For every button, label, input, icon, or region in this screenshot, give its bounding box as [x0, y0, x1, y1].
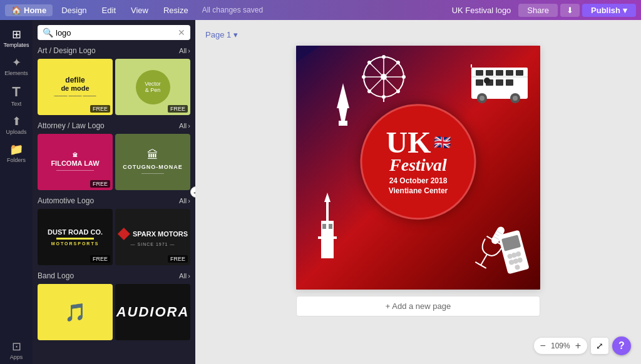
elements-label: Elements	[4, 70, 28, 76]
template-cotugno[interactable]: 🏛 COTUGNO-MONAE ——————	[115, 134, 190, 190]
svg-point-13	[396, 89, 400, 93]
section-header-band: Band Logo All ›	[38, 271, 190, 280]
template-vector[interactable]: Vector& Pen FREE	[115, 59, 190, 115]
free-badge: FREE	[168, 255, 188, 263]
project-title: UK Festival logo	[452, 6, 511, 15]
publish-button[interactable]: Publish ▾	[582, 4, 636, 17]
design-menu[interactable]: Design	[55, 4, 93, 16]
apps-icon: ⊡	[12, 341, 21, 352]
svg-point-7	[382, 55, 386, 59]
add-new-page-button[interactable]: + Add a new page	[296, 296, 540, 316]
help-button[interactable]: ?	[612, 336, 631, 355]
chevron-right-icon: ›	[188, 122, 190, 129]
flag-icon: 🇬🇧	[434, 134, 451, 151]
publish-label: Publish	[591, 6, 620, 15]
uk-title: UK	[386, 128, 431, 158]
home-label: Home	[24, 6, 46, 15]
page-chevron-icon: ▾	[233, 30, 238, 39]
templates-icon: ⊞	[12, 29, 21, 40]
publish-chevron-icon: ▾	[623, 6, 627, 15]
template-dustroad[interactable]: DUST ROAD CO. MOTORSPORTS FREE	[38, 209, 113, 265]
svg-point-12	[367, 61, 371, 64]
sidebar-item-uploads[interactable]: ⬆ Uploads	[1, 112, 31, 139]
templates-label: Templates	[3, 42, 29, 48]
download-icon: ⬇	[567, 6, 573, 15]
view-menu[interactable]: View	[125, 4, 155, 16]
section-header-auto: Automotive Logo All ›	[38, 196, 190, 205]
sidebar: ⊞ Templates ✦ Elements T Text ⬆ Uploads …	[0, 20, 33, 364]
bus-icon	[468, 64, 531, 105]
share-button[interactable]: Share	[518, 4, 558, 17]
chevron-right-icon: ›	[188, 47, 190, 54]
svg-line-41	[475, 262, 486, 268]
page-label-text: Page 1	[205, 30, 231, 39]
uploads-icon: ⬆	[12, 116, 21, 127]
zoom-control: − 109% +	[534, 338, 587, 354]
edit-menu[interactable]: Edit	[96, 4, 122, 16]
page-label[interactable]: Page 1 ▾	[205, 30, 238, 39]
band-logo-grid: 🎵 AUDIORA	[38, 284, 190, 340]
template-sparx[interactable]: SPARX MOTORS — SINCE 1971 — FREE	[115, 209, 190, 265]
text-icon: T	[12, 85, 20, 99]
save-status: All changes saved	[202, 6, 449, 14]
text-label: Text	[11, 101, 22, 107]
svg-marker-33	[324, 193, 331, 221]
svg-point-31	[484, 78, 490, 84]
resize-menu[interactable]: Resize	[157, 4, 195, 16]
svg-rect-35	[318, 236, 337, 239]
free-badge: FREE	[90, 255, 110, 263]
section-header-law: Attorney / Law Logo All ›	[38, 121, 190, 130]
all-link-auto[interactable]: All ›	[179, 197, 190, 205]
template-yellow-band[interactable]: 🎵	[38, 284, 113, 340]
home-icon: 🏠	[11, 6, 21, 15]
zoom-out-button[interactable]: −	[540, 340, 546, 351]
template-audiora[interactable]: AUDIORA	[115, 284, 190, 340]
section-title-auto: Automotive Logo	[38, 196, 94, 205]
canvas-area: Page 1 ▾	[195, 20, 641, 364]
home-button[interactable]: 🏠 Home	[5, 4, 53, 16]
svg-rect-18	[476, 70, 483, 76]
festival-date: 24 October 2018 Vientiane Center	[389, 176, 448, 196]
bottom-toolbar: − 109% + ⤢ ?	[534, 336, 631, 355]
svg-line-40	[481, 255, 487, 265]
clear-search-icon[interactable]: ✕	[178, 28, 185, 38]
uploads-label: Uploads	[6, 129, 26, 135]
canvas-wrapper[interactable]: UK 🇬🇧 Festival 24 October 2018 Vientiane…	[296, 46, 540, 290]
template-defile[interactable]: defile de mode ——— ——— ——— FREE	[38, 59, 113, 115]
elements-icon: ✦	[12, 57, 21, 68]
svg-rect-37	[329, 224, 332, 229]
all-link-art[interactable]: All ›	[179, 47, 190, 54]
main-content: ⊞ Templates ✦ Elements T Text ⬆ Uploads …	[0, 20, 641, 364]
download-button[interactable]: ⬇	[560, 4, 580, 17]
chevron-right-icon: ›	[188, 197, 190, 205]
svg-point-14	[367, 89, 371, 93]
sidebar-item-apps[interactable]: ⊡ Apps	[1, 337, 31, 364]
template-filcoma[interactable]: 🏛 FILCOMA LAW —————————— FREE	[38, 134, 113, 190]
svg-point-30	[513, 96, 518, 101]
art-logo-grid: defile de mode ——— ——— ——— FREE Vector& …	[38, 59, 190, 115]
chevron-right-icon: ›	[188, 272, 190, 280]
festival-title: Festival	[389, 156, 447, 174]
zoom-in-button[interactable]: +	[575, 340, 581, 351]
svg-point-11	[396, 61, 400, 64]
svg-point-8	[402, 75, 406, 79]
section-header-art: Art / Design Logo All ›	[38, 46, 190, 55]
collapse-panel-button[interactable]: ◀	[190, 186, 195, 198]
svg-marker-54	[337, 83, 349, 121]
monument-icon	[334, 83, 352, 127]
sidebar-item-text[interactable]: T Text	[1, 81, 31, 111]
sidebar-item-elements[interactable]: ✦ Elements	[1, 53, 31, 80]
all-link-law[interactable]: All ›	[179, 122, 190, 129]
sidebar-item-folders[interactable]: 📁 Folders	[1, 140, 31, 167]
svg-rect-26	[506, 79, 513, 86]
search-input[interactable]	[56, 28, 175, 38]
fullscreen-button[interactable]: ⤢	[591, 338, 608, 354]
auto-logo-grid: DUST ROAD CO. MOTORSPORTS FREE SPARX MOT…	[38, 209, 190, 265]
search-bar: 🔍 ✕	[38, 25, 190, 40]
free-badge: FREE	[168, 105, 188, 113]
sidebar-item-templates[interactable]: ⊞ Templates	[1, 25, 31, 52]
free-badge: FREE	[90, 180, 110, 188]
svg-rect-25	[496, 79, 503, 86]
zoom-value: 109%	[551, 341, 570, 350]
all-link-band[interactable]: All ›	[179, 272, 190, 280]
